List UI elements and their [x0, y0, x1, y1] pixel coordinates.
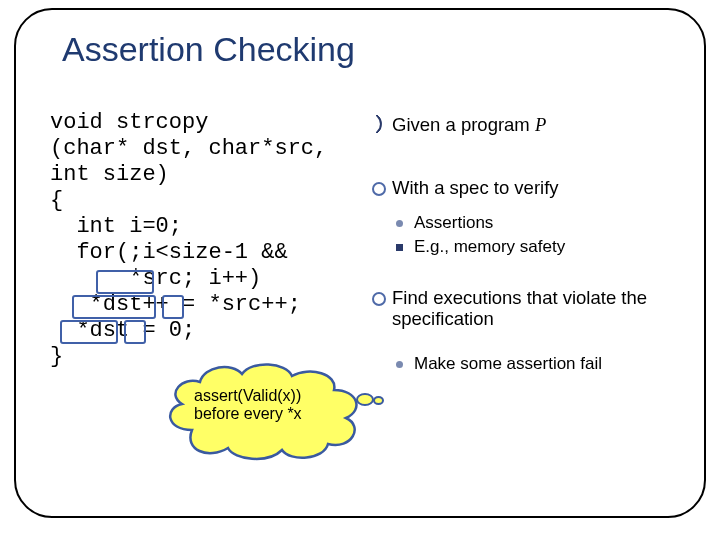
bullet-text: Given a program: [392, 114, 535, 135]
cloud-tail-icon: [373, 396, 384, 405]
bullet-text: E.g., memory safety: [414, 237, 565, 256]
code-line: int i=0;: [50, 214, 182, 239]
highlight-box: [96, 270, 154, 294]
callout-line: before every *x: [194, 405, 302, 423]
callout-text: assert(Valid(x)) before every *x: [194, 387, 302, 424]
sub-bullet-item: Make some assertion fail: [370, 354, 700, 374]
bullet-text: Make some assertion fail: [414, 354, 602, 373]
code-line: {: [50, 188, 63, 213]
code-line: *src; i++): [50, 266, 261, 291]
bullet-item: Find executions that violate the specifi…: [370, 287, 700, 331]
cloud-tail-icon: [356, 393, 374, 406]
bullet-text: Assertions: [414, 213, 493, 232]
code-line: (char* dst, char*src,: [50, 136, 327, 161]
code-line: void strcopy: [50, 110, 208, 135]
code-line: for(;i<size-1 &&: [50, 240, 288, 265]
bullet-text: With a spec to verify: [392, 177, 559, 198]
bullet-list: Given a program P With a spec to verify …: [370, 114, 700, 378]
callout-cloud: assert(Valid(x)) before every *x: [160, 360, 368, 462]
code-line: int size): [50, 162, 169, 187]
code-line: }: [50, 344, 63, 369]
bullet-text: Find executions that violate the specifi…: [392, 287, 647, 330]
highlight-box: [60, 320, 118, 344]
bullet-item: With a spec to verify: [370, 177, 700, 199]
highlight-box: [162, 295, 184, 319]
sub-bullet-item: E.g., memory safety: [370, 237, 700, 257]
slide-title: Assertion Checking: [62, 30, 355, 69]
math-symbol: P: [535, 115, 546, 135]
bullet-item: Given a program P: [370, 114, 700, 137]
highlight-box: [72, 295, 156, 319]
sub-bullet-item: Assertions: [370, 213, 700, 233]
callout-line: assert(Valid(x)): [194, 387, 302, 405]
highlight-box: [124, 320, 146, 344]
